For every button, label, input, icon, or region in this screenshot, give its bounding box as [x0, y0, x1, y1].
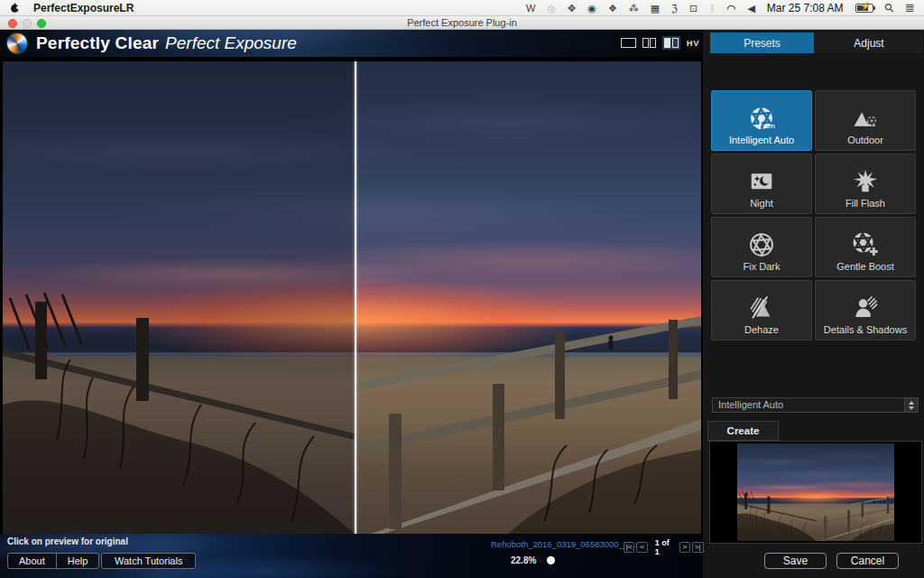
brand-italic: Perfect Exposure — [165, 33, 297, 52]
perfectly-clear-logo-icon — [7, 33, 27, 53]
battery-icon[interactable]: ⚡ — [855, 4, 873, 13]
last-image-button[interactable]: >| — [692, 542, 703, 553]
fill-flash-icon — [852, 168, 879, 195]
squiggle-app-icon[interactable]: ℨ — [671, 0, 678, 16]
fix-dark-icon — [748, 231, 775, 258]
watch-tutorials-button[interactable]: Watch Tutorials — [101, 553, 196, 569]
details-shadows-icon — [852, 294, 879, 322]
menubar-clock[interactable]: Mar 25 7:08 AM — [767, 2, 844, 14]
intelligent-auto-icon: i AUTO — [748, 105, 775, 132]
disabled-app-icon[interactable]: ◎ — [547, 0, 556, 16]
preset-grid: i AUTO Intelligent Auto Outdoor — [711, 90, 916, 340]
window-title: Perfect Exposure Plug-in — [407, 17, 517, 28]
dehaze-icon — [748, 294, 775, 322]
split-view-icon[interactable] — [662, 36, 680, 50]
menubar-tray: W ◎ ✥ ◉ ❖ ⁂ ▦ ℨ ⊡ ᛒ ◠ ◀ Mar 25 7:08 AM ⚡… — [526, 0, 915, 16]
preset-fix-dark[interactable]: Fix Dark — [711, 217, 812, 277]
zoom-window-button[interactable] — [37, 19, 46, 28]
preset-label: Outdoor — [847, 135, 883, 145]
traffic-lights — [8, 19, 46, 28]
split-divider[interactable] — [355, 61, 356, 534]
thumbnail-foreground-art — [737, 443, 894, 541]
preset-label: Dehaze — [744, 324, 779, 335]
preset-label: Night — [750, 198, 773, 209]
preset-intelligent-auto[interactable]: i AUTO Intelligent Auto — [711, 90, 812, 151]
brand-title: Perfectly ClearPerfect Exposure — [36, 33, 297, 53]
preset-label: Gentle Boost — [836, 261, 894, 272]
dropbox-icon[interactable]: ✥ — [568, 0, 576, 16]
volume-icon[interactable]: ◀ — [747, 0, 754, 16]
battery-app-icon[interactable]: ▦ — [651, 0, 660, 16]
first-image-button[interactable]: |< — [624, 542, 634, 553]
preset-label: Details & Shadows — [824, 324, 907, 335]
tab-adjust[interactable]: Adjust — [815, 33, 923, 53]
create-button[interactable]: Create — [707, 421, 779, 441]
preset-dropdown-value: Intelligent Auto — [718, 399, 783, 410]
svg-text:AUTO: AUTO — [762, 124, 775, 129]
filename-label[interactable]: Rehoboth_2016_0319_06583000_X-... — [491, 539, 639, 549]
menubar-app-name[interactable]: PerfectExposureLR — [33, 2, 134, 14]
plugin-header: Perfectly ClearPerfect Exposure — [0, 30, 703, 57]
macos-menu-bar: PerfectExposureLR W ◎ ✥ ◉ ❖ ⁂ ▦ ℨ ⊡ ᛒ ◠ … — [0, 0, 924, 16]
preset-label: Fill Flash — [845, 198, 885, 209]
about-button[interactable]: About — [8, 555, 56, 566]
previous-image-button[interactable]: < — [636, 542, 647, 553]
spotlight-search-icon[interactable]: ⚲ — [881, 0, 898, 16]
dropdown-stepper-icon[interactable] — [904, 398, 918, 412]
hv-toggle[interactable]: HV — [687, 38, 699, 48]
airplay-icon[interactable]: ⊡ — [689, 0, 698, 16]
notification-center-icon[interactable]: ≣ — [905, 0, 915, 16]
window-title-bar[interactable]: Perfect Exposure Plug-in — [0, 16, 924, 30]
bottom-bar: Click on preview for original Rehoboth_2… — [0, 534, 703, 578]
preset-outdoor[interactable]: Outdoor — [815, 90, 916, 151]
apple-menu-icon[interactable] — [9, 2, 21, 14]
bird-app-icon[interactable]: ❖ — [608, 0, 617, 16]
help-button[interactable]: Help — [57, 555, 99, 566]
swirl-app-icon[interactable]: ◉ — [587, 0, 596, 16]
tab-presets[interactable]: Presets — [710, 33, 814, 53]
zoom-level-label: 22.8% — [511, 555, 536, 565]
bluetooth-icon[interactable]: ᛒ — [709, 0, 716, 16]
outdoor-icon — [852, 105, 879, 132]
wifi-icon[interactable]: ◠ — [727, 0, 736, 16]
right-panel: Presets Adjust i AUTO Intelligent Auto O… — [703, 30, 924, 578]
preset-dehaze[interactable]: Dehaze — [711, 280, 812, 340]
save-button[interactable]: Save — [764, 553, 827, 569]
preset-night[interactable]: Night — [711, 154, 812, 214]
zoom-slider-knob[interactable] — [547, 556, 555, 564]
view-mode-toolbar: HV — [621, 36, 699, 50]
single-view-icon[interactable] — [621, 38, 636, 48]
preset-details-shadows[interactable]: Details & Shadows — [815, 280, 916, 340]
gentle-boost-icon — [852, 231, 879, 258]
before-half-overlay — [3, 61, 355, 534]
preset-fill-flash[interactable]: Fill Flash — [815, 154, 916, 214]
close-button[interactable] — [8, 19, 17, 28]
preset-label: Intelligent Auto — [729, 135, 794, 145]
preset-gentle-boost[interactable]: Gentle Boost — [815, 217, 916, 277]
brand-bold: Perfectly Clear — [36, 33, 159, 52]
minimize-button[interactable] — [23, 19, 32, 28]
thumbnail-box — [709, 441, 922, 544]
w-app-icon[interactable]: W — [526, 0, 535, 16]
page-indicator: 1 of 1 — [655, 538, 672, 556]
preview-photo[interactable] — [3, 61, 701, 534]
side-by-side-view-icon[interactable] — [642, 38, 657, 48]
preview-hint-text: Click on preview for original — [7, 536, 128, 546]
cancel-button[interactable]: Cancel — [836, 553, 899, 569]
next-image-button[interactable]: > — [679, 542, 690, 553]
paw-app-icon[interactable]: ⁂ — [629, 0, 639, 16]
about-help-group: About Help — [7, 553, 99, 569]
preset-label: Fix Dark — [744, 261, 781, 272]
night-icon — [748, 168, 775, 195]
image-navigation: |< < 1 of 1 > >| — [624, 538, 704, 556]
preset-dropdown[interactable]: Intelligent Auto — [712, 397, 919, 413]
thumbnail-image[interactable] — [737, 443, 894, 541]
